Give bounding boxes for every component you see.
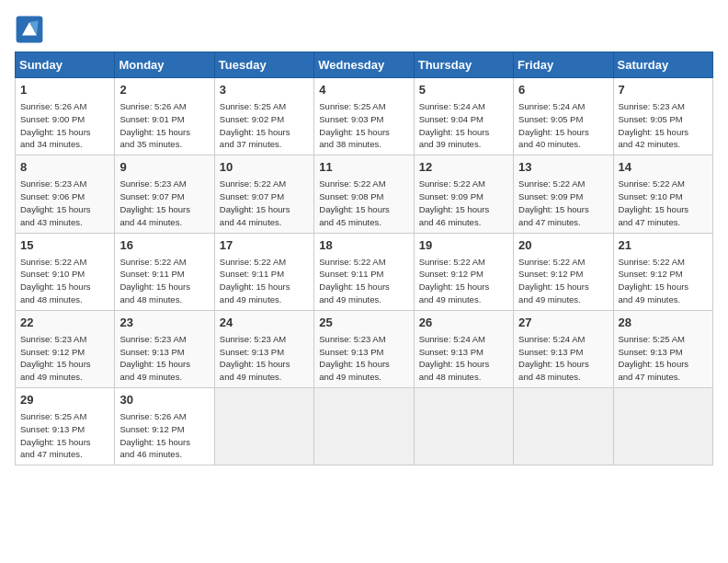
day-number: 7 — [619, 82, 708, 98]
day-info: Sunrise: 5:23 AM Sunset: 9:13 PM Dayligh… — [220, 333, 309, 384]
day-number: 22 — [20, 315, 109, 331]
day-number: 28 — [619, 315, 708, 331]
day-number: 15 — [20, 237, 109, 254]
day-number: 8 — [20, 159, 109, 176]
calendar-cell: 13Sunrise: 5:22 AM Sunset: 9:09 PM Dayli… — [514, 155, 613, 233]
calendar-cell: 25Sunrise: 5:23 AM Sunset: 9:13 PM Dayli… — [314, 310, 414, 387]
day-number: 20 — [518, 237, 608, 254]
day-info: Sunrise: 5:23 AM Sunset: 9:12 PM Dayligh… — [20, 333, 109, 384]
day-number: 1 — [20, 82, 109, 98]
calendar-cell: 4Sunrise: 5:25 AM Sunset: 9:03 PM Daylig… — [314, 78, 414, 155]
day-info: Sunrise: 5:23 AM Sunset: 9:13 PM Dayligh… — [119, 333, 209, 384]
calendar-week-row-4: 22Sunrise: 5:23 AM Sunset: 9:12 PM Dayli… — [16, 310, 713, 387]
calendar-cell: 15Sunrise: 5:22 AM Sunset: 9:10 PM Dayli… — [16, 233, 115, 310]
header-cell-thursday: Thursday — [414, 52, 513, 78]
calendar-cell: 23Sunrise: 5:23 AM Sunset: 9:13 PM Dayli… — [115, 310, 214, 387]
day-info: Sunrise: 5:25 AM Sunset: 9:03 PM Dayligh… — [319, 100, 408, 151]
day-info: Sunrise: 5:22 AM Sunset: 9:08 PM Dayligh… — [319, 178, 408, 228]
day-info: Sunrise: 5:26 AM Sunset: 9:01 PM Dayligh… — [119, 100, 209, 151]
calendar-cell: 16Sunrise: 5:22 AM Sunset: 9:11 PM Dayli… — [115, 233, 214, 310]
calendar-cell — [514, 388, 613, 465]
day-info: Sunrise: 5:24 AM Sunset: 9:05 PM Dayligh… — [518, 100, 608, 151]
day-info: Sunrise: 5:22 AM Sunset: 9:11 PM Dayligh… — [220, 256, 309, 306]
header-cell-saturday: Saturday — [613, 52, 712, 78]
day-number: 14 — [619, 159, 708, 176]
day-number: 30 — [119, 392, 209, 408]
calendar-cell: 14Sunrise: 5:22 AM Sunset: 9:10 PM Dayli… — [613, 155, 712, 233]
header-cell-monday: Monday — [115, 52, 214, 78]
day-info: Sunrise: 5:23 AM Sunset: 9:07 PM Dayligh… — [119, 178, 209, 228]
day-info: Sunrise: 5:22 AM Sunset: 9:12 PM Dayligh… — [619, 256, 708, 306]
calendar-cell: 3Sunrise: 5:25 AM Sunset: 9:02 PM Daylig… — [214, 78, 313, 155]
day-number: 10 — [220, 159, 309, 176]
header-cell-tuesday: Tuesday — [214, 52, 313, 78]
calendar-cell: 6Sunrise: 5:24 AM Sunset: 9:05 PM Daylig… — [514, 78, 613, 155]
calendar-cell: 5Sunrise: 5:24 AM Sunset: 9:04 PM Daylig… — [414, 78, 513, 155]
calendar-cell: 11Sunrise: 5:22 AM Sunset: 9:08 PM Dayli… — [314, 155, 414, 233]
calendar-cell: 26Sunrise: 5:24 AM Sunset: 9:13 PM Dayli… — [414, 310, 513, 387]
header-cell-friday: Friday — [514, 52, 613, 78]
day-number: 21 — [619, 237, 708, 254]
calendar-cell: 24Sunrise: 5:23 AM Sunset: 9:13 PM Dayli… — [214, 310, 313, 387]
day-info: Sunrise: 5:22 AM Sunset: 9:09 PM Dayligh… — [518, 178, 608, 228]
day-number: 4 — [319, 82, 408, 98]
day-number: 13 — [518, 159, 608, 176]
calendar-cell: 18Sunrise: 5:22 AM Sunset: 9:11 PM Dayli… — [314, 233, 414, 310]
day-number: 2 — [119, 82, 209, 98]
calendar-week-row-1: 1Sunrise: 5:26 AM Sunset: 9:00 PM Daylig… — [16, 78, 713, 155]
day-info: Sunrise: 5:22 AM Sunset: 9:09 PM Dayligh… — [419, 178, 508, 228]
day-info: Sunrise: 5:25 AM Sunset: 9:13 PM Dayligh… — [619, 333, 708, 384]
day-info: Sunrise: 5:22 AM Sunset: 9:12 PM Dayligh… — [419, 256, 508, 306]
day-number: 25 — [319, 315, 408, 331]
logo-icon — [15, 15, 44, 44]
calendar-cell: 21Sunrise: 5:22 AM Sunset: 9:12 PM Dayli… — [613, 233, 712, 310]
calendar-cell — [314, 388, 414, 465]
header-cell-sunday: Sunday — [16, 52, 115, 78]
calendar-cell: 12Sunrise: 5:22 AM Sunset: 9:09 PM Dayli… — [414, 155, 513, 233]
day-info: Sunrise: 5:22 AM Sunset: 9:11 PM Dayligh… — [119, 256, 209, 306]
day-number: 16 — [119, 237, 209, 254]
calendar-cell: 19Sunrise: 5:22 AM Sunset: 9:12 PM Dayli… — [414, 233, 513, 310]
day-number: 29 — [20, 392, 109, 408]
day-info: Sunrise: 5:23 AM Sunset: 9:13 PM Dayligh… — [319, 333, 408, 384]
day-info: Sunrise: 5:24 AM Sunset: 9:04 PM Dayligh… — [419, 100, 508, 151]
day-number: 3 — [220, 82, 309, 98]
header-cell-wednesday: Wednesday — [314, 52, 414, 78]
day-number: 18 — [319, 237, 408, 254]
calendar-cell: 28Sunrise: 5:25 AM Sunset: 9:13 PM Dayli… — [613, 310, 712, 387]
calendar-cell: 9Sunrise: 5:23 AM Sunset: 9:07 PM Daylig… — [115, 155, 214, 233]
calendar-cell: 17Sunrise: 5:22 AM Sunset: 9:11 PM Dayli… — [214, 233, 313, 310]
logo — [15, 15, 48, 44]
calendar-week-row-2: 8Sunrise: 5:23 AM Sunset: 9:06 PM Daylig… — [16, 155, 713, 233]
day-info: Sunrise: 5:22 AM Sunset: 9:07 PM Dayligh… — [220, 178, 309, 228]
calendar-table: SundayMondayTuesdayWednesdayThursdayFrid… — [15, 52, 713, 465]
day-info: Sunrise: 5:26 AM Sunset: 9:12 PM Dayligh… — [119, 410, 209, 461]
day-number: 19 — [419, 237, 508, 254]
calendar-cell: 20Sunrise: 5:22 AM Sunset: 9:12 PM Dayli… — [514, 233, 613, 310]
day-number: 6 — [518, 82, 608, 98]
calendar-cell: 30Sunrise: 5:26 AM Sunset: 9:12 PM Dayli… — [115, 388, 214, 465]
calendar-cell: 8Sunrise: 5:23 AM Sunset: 9:06 PM Daylig… — [16, 155, 115, 233]
calendar-cell: 29Sunrise: 5:25 AM Sunset: 9:13 PM Dayli… — [16, 388, 115, 465]
day-number: 9 — [119, 159, 209, 176]
day-number: 26 — [419, 315, 508, 331]
day-number: 17 — [220, 237, 309, 254]
calendar-cell: 7Sunrise: 5:23 AM Sunset: 9:05 PM Daylig… — [613, 78, 712, 155]
day-info: Sunrise: 5:22 AM Sunset: 9:12 PM Dayligh… — [518, 256, 608, 306]
day-number: 27 — [518, 315, 608, 331]
day-info: Sunrise: 5:25 AM Sunset: 9:02 PM Dayligh… — [220, 100, 309, 151]
day-info: Sunrise: 5:22 AM Sunset: 9:11 PM Dayligh… — [319, 256, 408, 306]
day-number: 12 — [419, 159, 508, 176]
day-info: Sunrise: 5:23 AM Sunset: 9:05 PM Dayligh… — [619, 100, 708, 151]
day-number: 11 — [319, 159, 408, 176]
day-info: Sunrise: 5:24 AM Sunset: 9:13 PM Dayligh… — [419, 333, 508, 384]
calendar-header-row: SundayMondayTuesdayWednesdayThursdayFrid… — [16, 52, 713, 78]
calendar-cell: 10Sunrise: 5:22 AM Sunset: 9:07 PM Dayli… — [214, 155, 313, 233]
day-number: 23 — [119, 315, 209, 331]
day-info: Sunrise: 5:22 AM Sunset: 9:10 PM Dayligh… — [619, 178, 708, 228]
calendar-cell: 27Sunrise: 5:24 AM Sunset: 9:13 PM Dayli… — [514, 310, 613, 387]
day-info: Sunrise: 5:26 AM Sunset: 9:00 PM Dayligh… — [20, 100, 109, 151]
day-info: Sunrise: 5:24 AM Sunset: 9:13 PM Dayligh… — [518, 333, 608, 384]
calendar-week-row-3: 15Sunrise: 5:22 AM Sunset: 9:10 PM Dayli… — [16, 233, 713, 310]
calendar-cell — [414, 388, 513, 465]
